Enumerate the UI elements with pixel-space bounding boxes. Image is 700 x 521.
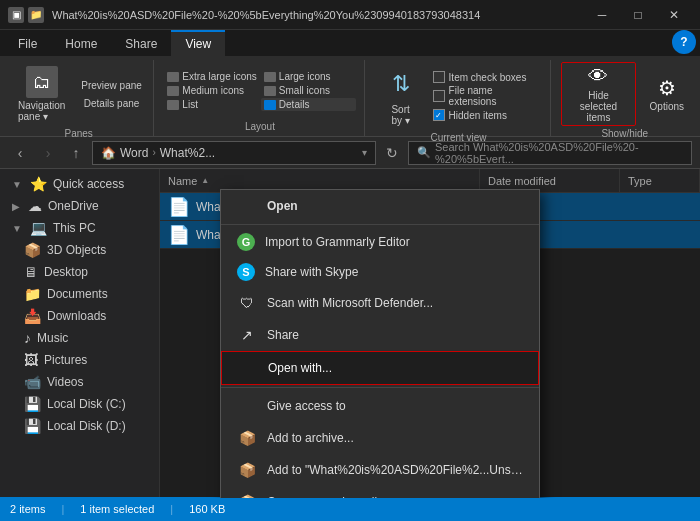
file-size: 160 KB — [189, 503, 225, 515]
path-separator: › — [152, 147, 155, 158]
selected-count: 1 item selected — [80, 503, 154, 515]
layout-dot — [264, 100, 276, 110]
context-menu-grammarly[interactable]: G Import to Grammarly Editor — [221, 227, 539, 257]
sidebar-item-desktop[interactable]: 🖥 Desktop — [0, 261, 159, 283]
filename-extensions-checkbox[interactable] — [433, 90, 445, 102]
sort-by-button[interactable]: ⇅ Sortby ▾ — [375, 62, 427, 130]
open-label: Open — [267, 199, 298, 213]
name-sort-icon: ▲ — [201, 176, 209, 185]
extra-large-icons-option[interactable]: Extra large icons — [164, 70, 259, 83]
options-button[interactable]: ⚙ Options — [646, 74, 688, 114]
compress-email-label: Compress and email... — [267, 495, 387, 498]
list-option[interactable]: List — [164, 98, 259, 111]
maximize-button[interactable]: □ — [620, 0, 656, 30]
skype-label: Share with Skype — [265, 265, 358, 279]
hidden-items-checkbox[interactable]: ✓ — [433, 109, 445, 121]
hidden-items-label: Hidden items — [449, 110, 507, 121]
large-icons-option[interactable]: Large icons — [261, 70, 356, 83]
sidebar-item-pictures[interactable]: 🖼 Pictures — [0, 349, 159, 371]
up-button[interactable]: ↑ — [64, 141, 88, 165]
name-header-label: Name — [168, 175, 197, 187]
layout-dot — [167, 100, 179, 110]
close-button[interactable]: ✕ — [656, 0, 692, 30]
context-separator-1 — [221, 224, 539, 225]
layout-group-content: Extra large icons Large icons Medium ico… — [164, 62, 355, 119]
file-type-1 — [620, 193, 700, 220]
sidebar-item-local-c[interactable]: 💾 Local Disk (C:) — [0, 393, 159, 415]
help-button[interactable]: ? — [672, 30, 696, 54]
defender-icon: 🛡 — [237, 293, 257, 313]
context-menu-compress-email[interactable]: 📦 Compress and email... — [221, 486, 539, 498]
title-bar: ▣ 📁 What%20is%20ASD%20File%20-%20%5bEver… — [0, 0, 700, 30]
downloads-label: Downloads — [47, 309, 106, 323]
context-menu-add-rar[interactable]: 📦 Add to "What%20is%20ASD%20File%2...Uns… — [221, 454, 539, 486]
sidebar-item-videos[interactable]: 📹 Videos — [0, 371, 159, 393]
context-menu-add-archive[interactable]: 📦 Add to archive... — [221, 422, 539, 454]
sidebar-item-3d-objects[interactable]: 📦 3D Objects — [0, 239, 159, 261]
forward-button: › — [36, 141, 60, 165]
title-bar-icons: ▣ 📁 — [8, 7, 44, 23]
tab-view[interactable]: View — [171, 30, 225, 56]
sidebar: ▼ ⭐ Quick access ▶ ☁ OneDrive ▼ 💻 This P… — [0, 169, 160, 498]
current-view-content: ⇅ Sortby ▾ Item check boxes File name ex… — [375, 62, 543, 130]
context-menu-skype[interactable]: S Share with Skype — [221, 257, 539, 287]
show-hide-content: 👁 Hide selecteditems ⚙ Options — [561, 62, 688, 126]
preview-pane-button[interactable]: Preview pane — [77, 78, 146, 93]
navigation-pane-button[interactable]: 🗂 Navigationpane ▾ — [12, 62, 71, 126]
quick-access-label: Quick access — [53, 177, 124, 191]
music-label: Music — [37, 331, 68, 345]
tab-share[interactable]: Share — [111, 30, 171, 56]
sidebar-item-music[interactable]: ♪ Music — [0, 327, 159, 349]
context-menu-open[interactable]: Open — [221, 190, 539, 222]
grammarly-icon: G — [237, 233, 255, 251]
share-icon: ↗ — [237, 325, 257, 345]
local-disk-d-icon: 💾 — [24, 418, 41, 434]
sidebar-item-quick-access[interactable]: ▼ ⭐ Quick access — [0, 173, 159, 195]
context-menu-share[interactable]: ↗ Share — [221, 319, 539, 351]
local-disk-d-label: Local Disk (D:) — [47, 419, 126, 433]
open-with-icon — [238, 358, 258, 378]
skype-icon: S — [237, 263, 255, 281]
tab-file[interactable]: File — [4, 30, 51, 56]
layout-dot — [167, 86, 179, 96]
context-menu-open-with[interactable]: Open with... — [221, 351, 539, 385]
sidebar-item-onedrive[interactable]: ▶ ☁ OneDrive — [0, 195, 159, 217]
sort-icon: ⇅ — [383, 66, 419, 102]
address-path[interactable]: 🏠 Word › What%2... ▾ — [92, 141, 376, 165]
sidebar-item-this-pc[interactable]: ▼ 💻 This PC — [0, 217, 159, 239]
search-box[interactable]: 🔍 Search What%20is%20ASD%20File%20-%20%5… — [408, 141, 692, 165]
context-menu-defender[interactable]: 🛡 Scan with Microsoft Defender... — [221, 287, 539, 319]
minimize-button[interactable]: ─ — [584, 0, 620, 30]
expand-icon: ▼ — [12, 223, 22, 234]
type-column-header[interactable]: Type — [620, 169, 700, 192]
sidebar-item-documents[interactable]: 📁 Documents — [0, 283, 159, 305]
pictures-label: Pictures — [44, 353, 87, 367]
hide-selected-label: Hide selecteditems — [568, 90, 628, 123]
options-label: Options — [650, 101, 684, 112]
add-archive-icon: 📦 — [237, 428, 257, 448]
small-icons-option[interactable]: Small icons — [261, 84, 356, 97]
refresh-button[interactable]: ↻ — [380, 141, 404, 165]
view-checkboxes: Item check boxes File name extensions ✓ … — [433, 71, 543, 121]
videos-icon: 📹 — [24, 374, 41, 390]
context-menu-give-access[interactable]: Give access to — [221, 390, 539, 422]
local-disk-c-label: Local Disk (C:) — [47, 397, 126, 411]
file-type-2 — [620, 221, 700, 248]
share-label: Share — [267, 328, 299, 342]
hide-selected-button[interactable]: 👁 Hide selecteditems — [561, 62, 635, 126]
details-pane-button[interactable]: Details pane — [77, 96, 146, 111]
status-separator-2: | — [170, 503, 173, 515]
back-button[interactable]: ‹ — [8, 141, 32, 165]
local-disk-c-icon: 💾 — [24, 396, 41, 412]
list-label: List — [182, 99, 198, 110]
item-checkboxes-label: Item check boxes — [449, 72, 527, 83]
tab-home[interactable]: Home — [51, 30, 111, 56]
onedrive-label: OneDrive — [48, 199, 99, 213]
item-checkboxes-checkbox[interactable] — [433, 71, 445, 83]
details-option[interactable]: Details — [261, 98, 356, 111]
sidebar-item-downloads[interactable]: 📥 Downloads — [0, 305, 159, 327]
sidebar-item-local-d[interactable]: 💾 Local Disk (D:) — [0, 415, 159, 437]
folder-icon: 📁 — [28, 7, 44, 23]
medium-icons-option[interactable]: Medium icons — [164, 84, 259, 97]
add-archive-label: Add to archive... — [267, 431, 354, 445]
